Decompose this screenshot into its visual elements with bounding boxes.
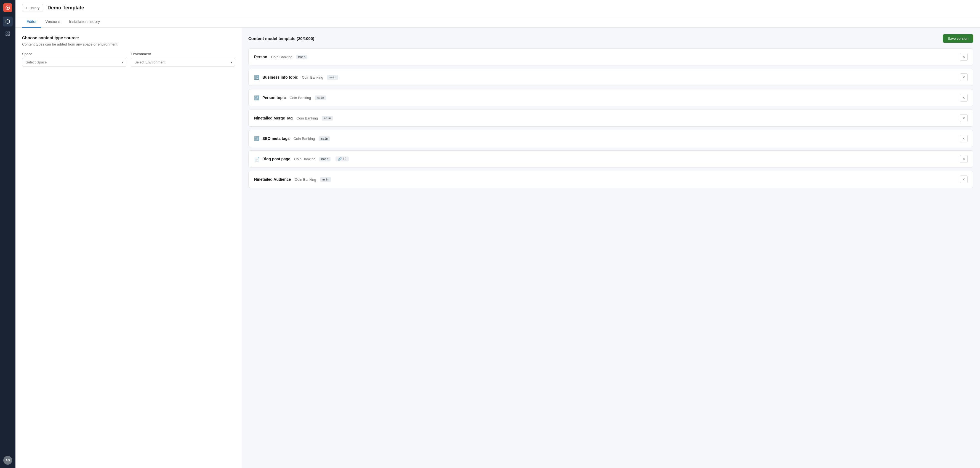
content-type-badge: 🔗 12 <box>336 156 349 161</box>
sidebar-item-grid[interactable] <box>3 29 13 39</box>
remove-content-type-button[interactable]: × <box>960 53 967 61</box>
content-type-card: 🔢SEO meta tagsCoin Bankingmain× <box>248 130 974 147</box>
chevron-left-icon: ‹ <box>25 6 27 10</box>
sidebar-item-cube[interactable] <box>3 17 13 27</box>
app-logo[interactable] <box>3 3 12 12</box>
save-version-button[interactable]: Save version <box>943 34 974 43</box>
svg-point-1 <box>7 7 8 8</box>
tab-versions[interactable]: Versions <box>41 16 65 28</box>
card-left: 🔢SEO meta tagsCoin Bankingmain <box>254 136 330 141</box>
content-type-env: main <box>315 96 326 100</box>
tab-editor[interactable]: Editor <box>22 16 41 28</box>
content-type-name: Person topic <box>262 96 286 100</box>
space-select-wrapper: Select Space ▾ <box>22 58 126 67</box>
tab-installation-history[interactable]: Installation history <box>65 16 104 28</box>
content-type-name: Person <box>254 55 267 59</box>
back-label: Library <box>29 6 40 10</box>
back-to-library-button[interactable]: ‹ Library <box>22 4 43 12</box>
content-type-env: main <box>320 177 331 182</box>
content-type-name: Ninetailed Audience <box>254 177 291 181</box>
content-type-list: PersonCoin Bankingmain×🔢Business info to… <box>248 48 974 188</box>
content-type-name: Blog post page <box>262 157 290 161</box>
main-content: ‹ Library Demo Template Editor Versions … <box>16 0 980 468</box>
card-left: PersonCoin Bankingmain <box>254 55 307 59</box>
content-type-icon: 🔢 <box>254 75 259 80</box>
remove-content-type-button[interactable]: × <box>960 73 967 81</box>
content-type-env: main <box>319 136 330 141</box>
environment-label: Environment <box>131 52 235 56</box>
content-type-env: main <box>327 75 338 80</box>
content-type-card: PersonCoin Bankingmain× <box>248 48 974 65</box>
content-type-space: Coin Banking <box>290 96 311 100</box>
content-type-card: 🔢Business info topicCoin Bankingmain× <box>248 69 974 86</box>
content-type-card: 📄Blog post pageCoin Bankingmain🔗 12× <box>248 150 974 167</box>
card-left: Ninetailed Merge TagCoin Bankingmain <box>254 116 333 121</box>
content-type-card: 🔢Person topicCoin Bankingmain× <box>248 89 974 106</box>
content-type-space: Coin Banking <box>295 177 316 181</box>
remove-content-type-button[interactable]: × <box>960 155 967 163</box>
choose-source-title: Choose content type source: <box>22 35 235 40</box>
content-type-env: main <box>322 116 333 121</box>
page-header: ‹ Library Demo Template <box>16 0 980 16</box>
content-model-title: Content model template (20/1000) <box>248 36 314 41</box>
content-type-name: SEO meta tags <box>262 136 290 141</box>
environment-select-wrapper: Select Environment ▾ <box>131 58 235 67</box>
content-area: Choose content type source: Content type… <box>16 28 980 468</box>
content-type-space: Coin Banking <box>297 116 318 120</box>
content-type-icon: 🔢 <box>254 95 259 100</box>
tab-bar: Editor Versions Installation history <box>16 16 980 28</box>
content-type-icon: 🔢 <box>254 136 259 141</box>
user-avatar[interactable]: AS <box>3 456 12 465</box>
remove-content-type-button[interactable]: × <box>960 175 967 183</box>
remove-content-type-button[interactable]: × <box>960 135 967 142</box>
svg-rect-5 <box>8 34 10 36</box>
source-form-row: Space Select Space ▾ Environment Select … <box>22 52 235 67</box>
space-select[interactable]: Select Space <box>22 58 126 67</box>
content-type-env: main <box>319 157 331 161</box>
choose-source-desc: Content types can be added from any spac… <box>22 42 235 46</box>
content-type-space: Coin Banking <box>302 75 323 80</box>
card-left: Ninetailed AudienceCoin Bankingmain <box>254 177 331 182</box>
remove-content-type-button[interactable]: × <box>960 114 967 122</box>
sidebar-bottom: AS <box>3 456 12 465</box>
content-type-name: Ninetailed Merge Tag <box>254 116 293 120</box>
sidebar: AS <box>0 0 16 468</box>
svg-rect-3 <box>8 32 10 33</box>
card-left: 📄Blog post pageCoin Bankingmain🔗 12 <box>254 156 349 162</box>
remove-content-type-button[interactable]: × <box>960 94 967 102</box>
space-field-group: Space Select Space ▾ <box>22 52 126 67</box>
content-type-env: main <box>296 55 308 59</box>
left-panel: Choose content type source: Content type… <box>16 28 242 468</box>
card-left: 🔢Business info topicCoin Bankingmain <box>254 75 338 80</box>
svg-rect-4 <box>6 34 7 36</box>
content-type-space: Coin Banking <box>294 137 315 141</box>
content-type-space: Coin Banking <box>271 55 292 59</box>
environment-select[interactable]: Select Environment <box>131 58 235 67</box>
content-type-space: Coin Banking <box>294 157 315 161</box>
space-label: Space <box>22 52 126 56</box>
content-type-icon: 📄 <box>254 156 259 162</box>
content-type-card: Ninetailed Merge TagCoin Bankingmain× <box>248 110 974 127</box>
right-panel: Content model template (20/1000) Save ve… <box>242 28 980 468</box>
svg-rect-2 <box>6 32 7 33</box>
environment-field-group: Environment Select Environment ▾ <box>131 52 235 67</box>
right-panel-header: Content model template (20/1000) Save ve… <box>248 34 974 43</box>
page-title: Demo Template <box>48 5 84 11</box>
content-type-name: Business info topic <box>262 75 298 80</box>
card-left: 🔢Person topicCoin Bankingmain <box>254 95 326 100</box>
content-type-card: Ninetailed AudienceCoin Bankingmain× <box>248 171 974 188</box>
